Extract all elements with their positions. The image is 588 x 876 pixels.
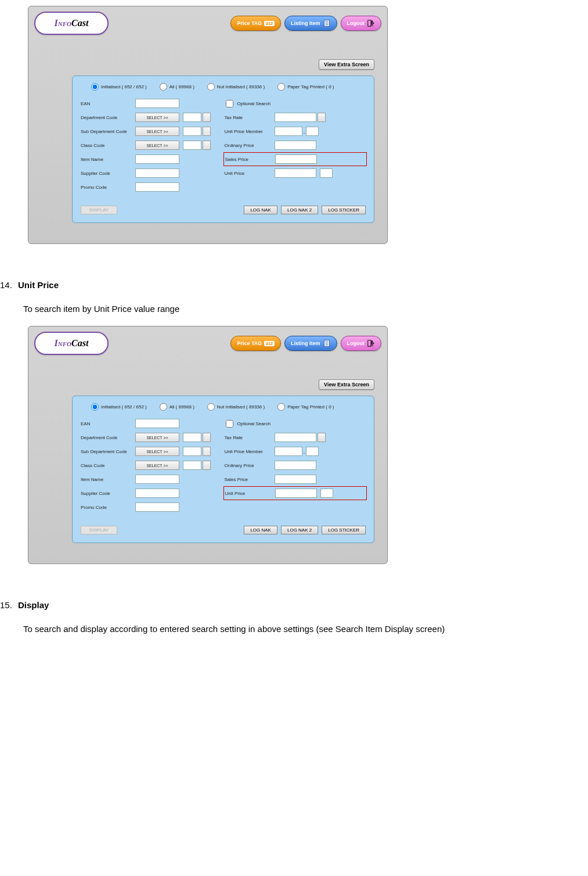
promo-input[interactable]: [135, 502, 179, 512]
promo-input[interactable]: [135, 182, 179, 192]
supplier-input[interactable]: [135, 489, 179, 498]
price-tag-badge: 012: [264, 21, 275, 26]
classcode-input[interactable]: [183, 141, 201, 150]
listing-item-button[interactable]: Listing Item: [284, 16, 337, 31]
price-tag-button[interactable]: Price TAG 012: [230, 16, 281, 31]
radio-row: Initialised ( 652 / 652 ) All ( 89988 ) …: [80, 82, 367, 96]
logout-button[interactable]: Logout: [341, 336, 382, 351]
taxrate-lookup-button[interactable]: [318, 113, 326, 122]
log-sticker-button[interactable]: LOG STICKER: [322, 526, 366, 534]
itemname-input[interactable]: [135, 475, 179, 484]
logout-button[interactable]: Logout: [341, 16, 382, 31]
classcode-select[interactable]: SELECT >>: [135, 141, 179, 150]
logo: InfoCast: [34, 332, 109, 355]
display-button: DISPLAY: [81, 526, 117, 534]
ordprice-input[interactable]: [275, 141, 316, 150]
radio-all[interactable]: All ( 89988 ): [160, 83, 194, 91]
log-nak-button[interactable]: LOG NAK: [244, 526, 277, 534]
radio-not-initialised[interactable]: Not Initialised ( 89336 ): [207, 83, 265, 91]
view-extra-screen-button[interactable]: View Extra Screen: [319, 379, 374, 390]
promo-label: Promo Code: [80, 185, 135, 190]
header-bar: InfoCast Price TAG 012 Listing Item Logo…: [28, 326, 387, 359]
dept-select[interactable]: SELECT >>: [135, 433, 179, 442]
logout-label: Logout: [347, 340, 365, 346]
dept-select[interactable]: SELECT >>: [135, 113, 179, 122]
radio-all[interactable]: All ( 89988 ): [160, 403, 194, 411]
dept-lookup-button[interactable]: [203, 113, 211, 122]
upm-input-1[interactable]: [275, 447, 302, 456]
left-column: EAN Department CodeSELECT >> Sub Departm…: [80, 417, 223, 514]
listing-item-button[interactable]: Listing Item: [284, 336, 337, 351]
classcode-lookup-button[interactable]: [203, 141, 211, 150]
header-bar: InfoCast Price TAG 012 Listing Item Logo…: [28, 6, 387, 39]
unitprice-input-2[interactable]: [320, 489, 333, 498]
radio-initialised[interactable]: Initialised ( 652 / 652 ): [91, 403, 147, 411]
subdept-select[interactable]: SELECT >>: [135, 127, 179, 136]
radio-initialised-input[interactable]: [91, 83, 99, 91]
section-15-title: Display: [18, 600, 49, 610]
log-nak-button[interactable]: LOG NAK: [244, 206, 277, 214]
taxrate-input[interactable]: [275, 433, 316, 442]
radio-initialised-input[interactable]: [91, 403, 99, 411]
right-column: Optional Search Tax Rate Unit Price Memb…: [223, 96, 367, 194]
radio-initialised[interactable]: Initialised ( 652 / 652 ): [91, 83, 147, 91]
dept-lookup-button[interactable]: [203, 433, 211, 442]
radio-paper-tag-input[interactable]: [277, 83, 285, 91]
price-tag-label: Price TAG: [237, 20, 262, 26]
salesprice-input[interactable]: [275, 155, 317, 164]
dept-code-input[interactable]: [183, 113, 201, 122]
log-nak-2-button[interactable]: LOG NAK 2: [281, 206, 318, 214]
radio-not-initialised-input[interactable]: [207, 403, 215, 411]
price-tag-button[interactable]: Price TAG 012: [230, 336, 281, 351]
ean-input[interactable]: [135, 99, 179, 108]
radio-paper-tag[interactable]: Paper Tag Printed ( 0 ): [277, 403, 334, 411]
promo-label: Promo Code: [80, 505, 135, 510]
ordprice-input[interactable]: [275, 461, 316, 470]
upm-dot: .: [304, 448, 305, 455]
radio-paper-tag[interactable]: Paper Tag Printed ( 0 ): [277, 83, 334, 91]
classcode-input[interactable]: [183, 461, 201, 470]
subdept-select[interactable]: SELECT >>: [135, 447, 179, 456]
subdept-label: Sub Department Code: [80, 449, 135, 454]
radio-all-input[interactable]: [160, 83, 167, 91]
radio-paper-tag-input[interactable]: [277, 403, 285, 411]
upm-input-2[interactable]: [306, 127, 319, 136]
exit-icon: [367, 339, 375, 347]
right-column: Optional Search Tax Rate Unit Price Memb…: [223, 417, 367, 514]
salesprice-input[interactable]: [275, 475, 316, 484]
upm-input-1[interactable]: [275, 127, 302, 136]
classcode-lookup-button[interactable]: [203, 461, 211, 470]
display-button: DISPLAY: [81, 206, 117, 214]
subdept-lookup-button[interactable]: [203, 447, 211, 456]
view-extra-screen-button[interactable]: View Extra Screen: [319, 59, 374, 70]
subdept-lookup-button[interactable]: [203, 127, 211, 136]
upm-input-2[interactable]: [306, 447, 319, 456]
subdept-code-input[interactable]: [183, 447, 201, 456]
radio-not-initialised-input[interactable]: [207, 83, 215, 91]
log-nak-2-button[interactable]: LOG NAK 2: [281, 526, 318, 534]
dept-label: Department Code: [80, 435, 135, 440]
unitprice-label: Unit Price: [223, 171, 275, 176]
optional-search-checkbox[interactable]: [226, 420, 233, 428]
classcode-select[interactable]: SELECT >>: [135, 461, 179, 470]
unitprice-input-2[interactable]: [320, 168, 333, 178]
itemname-input[interactable]: [135, 155, 179, 164]
supplier-input[interactable]: [135, 168, 179, 178]
unitprice-input-1[interactable]: [275, 168, 316, 178]
listing-item-label: Listing Item: [291, 20, 320, 26]
optional-search-label: Optional Search: [237, 101, 270, 106]
unitprice-input-1[interactable]: [275, 489, 317, 498]
classcode-label: Class Code: [80, 143, 135, 148]
exit-icon: [367, 19, 375, 27]
section-15-desc: To search and display according to enter…: [0, 623, 588, 636]
log-sticker-button[interactable]: LOG STICKER: [322, 206, 366, 214]
ean-input[interactable]: [135, 419, 179, 428]
subdept-code-input[interactable]: [183, 127, 201, 136]
taxrate-lookup-button[interactable]: [318, 433, 326, 442]
radio-not-initialised[interactable]: Not Initialised ( 89336 ): [207, 403, 265, 411]
taxrate-input[interactable]: [275, 113, 316, 122]
optional-search-checkbox[interactable]: [226, 100, 233, 107]
dept-code-input[interactable]: [183, 433, 201, 442]
list-icon: [323, 339, 331, 347]
radio-all-input[interactable]: [160, 403, 167, 411]
